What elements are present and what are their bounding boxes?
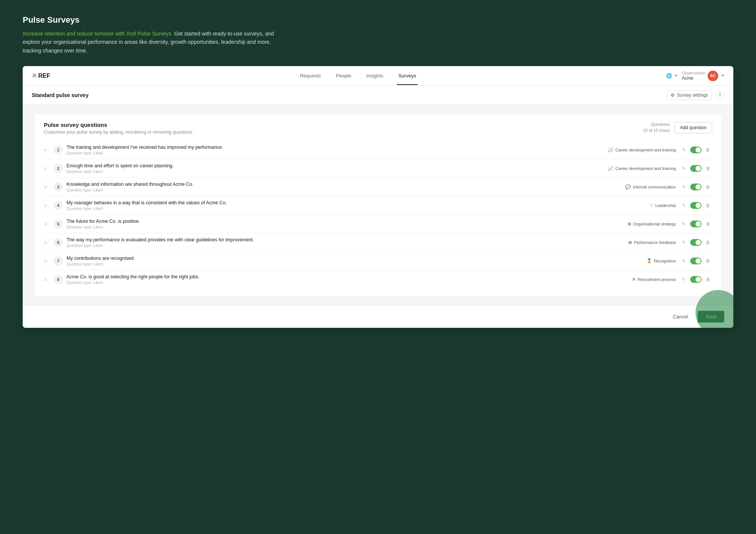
- toggle-button[interactable]: [690, 239, 702, 246]
- question-body: Knowledge and information are shared thr…: [67, 182, 604, 192]
- avatar: AC: [708, 71, 718, 81]
- question-type: Question type: Likert: [67, 151, 604, 155]
- tag-label: Organisational strategy: [633, 222, 676, 226]
- settings-label: Survey settings: [677, 93, 708, 98]
- question-type: Question type: Likert: [67, 280, 604, 285]
- help-button[interactable]: ?: [715, 91, 724, 100]
- nav-bar: ✕ REF Requests People Insights Surveys 🌐…: [23, 66, 733, 86]
- question-body: The training and development I've receiv…: [67, 145, 604, 155]
- edit-icon[interactable]: ✎: [680, 164, 688, 173]
- question-type: Question type: Likert: [67, 262, 604, 266]
- question-body: Acme Co. is good at selecting the right …: [67, 274, 604, 285]
- delete-icon[interactable]: 🗑: [704, 238, 712, 247]
- survey-section-title: Pulse survey questions: [44, 122, 194, 128]
- toggle-button[interactable]: [690, 221, 702, 227]
- tag-label: Leadership: [655, 203, 676, 208]
- table-row: ≡ 7 My contributions are recognised. Que…: [44, 252, 712, 270]
- table-row: ≡ 2 Enough time and effort is spent on c…: [44, 159, 712, 178]
- drag-handle[interactable]: ≡: [44, 258, 50, 264]
- edit-icon[interactable]: ✎: [680, 238, 688, 247]
- toggle-button[interactable]: [690, 202, 702, 209]
- save-button[interactable]: Save: [698, 311, 724, 323]
- toggle-button[interactable]: [690, 276, 702, 283]
- drag-handle[interactable]: ≡: [44, 221, 50, 227]
- edit-icon[interactable]: ✎: [680, 183, 688, 191]
- edit-icon[interactable]: ✎: [680, 220, 688, 228]
- table-row: ≡ 8 Acme Co. is good at selecting the ri…: [44, 270, 712, 289]
- globe-button[interactable]: 🌐: [666, 73, 677, 79]
- nav-surveys[interactable]: Surveys: [397, 67, 418, 85]
- edit-icon[interactable]: ✎: [680, 146, 688, 154]
- globe-icon: 🌐: [666, 73, 672, 79]
- question-actions: ✎ 🗑: [680, 183, 712, 191]
- question-number: 7: [54, 256, 63, 265]
- nav-insights[interactable]: Insights: [365, 67, 385, 85]
- question-type: Question type: Likert: [67, 169, 604, 174]
- drag-handle[interactable]: ≡: [44, 184, 50, 190]
- drag-handle[interactable]: ≡: [44, 202, 50, 208]
- delete-icon[interactable]: 🗑: [704, 201, 712, 210]
- edit-icon[interactable]: ✎: [680, 201, 688, 210]
- tag-label: Career development and training: [615, 166, 676, 171]
- nav-people[interactable]: People: [335, 67, 353, 85]
- question-text: Knowledge and information are shared thr…: [67, 182, 604, 187]
- org-badge[interactable]: Organisation Acme AC: [682, 71, 724, 81]
- delete-icon[interactable]: 🗑: [704, 146, 712, 154]
- survey-section-subtitle: Customise your pulse survey by adding, r…: [44, 130, 194, 135]
- delete-icon[interactable]: 🗑: [704, 220, 712, 228]
- drag-handle[interactable]: ≡: [44, 165, 50, 171]
- cancel-button[interactable]: Cancel: [667, 311, 694, 323]
- tag-label: Career development and training: [615, 148, 676, 152]
- question-tag: 📈 Career development and training: [608, 166, 676, 171]
- drag-handle[interactable]: ≡: [44, 239, 50, 245]
- question-actions: ✎ 🗑: [680, 220, 712, 228]
- table-row: ≡ 5 The future for Acme Co. is positive.…: [44, 215, 712, 233]
- delete-icon[interactable]: 🗑: [704, 183, 712, 191]
- toggle-button[interactable]: [690, 258, 702, 264]
- question-actions: ✎ 🗑: [680, 164, 712, 173]
- question-body: My manager behaves in a way that is cons…: [67, 200, 604, 211]
- tag-icon: ✕: [632, 277, 636, 282]
- delete-icon[interactable]: 🗑: [704, 275, 712, 284]
- delete-icon[interactable]: 🗑: [704, 164, 712, 173]
- org-chevron: [721, 75, 724, 77]
- sub-nav-actions: ⚙ Survey settings ?: [666, 90, 724, 100]
- logo-x: ✕: [32, 72, 37, 79]
- question-tag: 📈 Career development and training: [608, 147, 676, 153]
- question-actions: ✎ 🗑: [680, 238, 712, 247]
- logo-text: REF: [38, 73, 50, 79]
- tag-icon: 🏅: [646, 258, 652, 264]
- tag-icon: ⊕: [627, 221, 631, 227]
- survey-settings-button[interactable]: ⚙ Survey settings: [666, 90, 712, 100]
- table-row: ≡ 1 The training and development I've re…: [44, 141, 712, 159]
- question-tag: ⊕ Organisational strategy: [608, 221, 676, 227]
- questions-count: Questions 10 of 10 (max): [643, 122, 670, 133]
- table-row: ≡ 3 Knowledge and information are shared…: [44, 178, 712, 196]
- drag-handle[interactable]: ≡: [44, 276, 50, 282]
- question-tag: ⊕ Performance feedback: [608, 240, 676, 245]
- question-type: Question type: Likert: [67, 206, 604, 211]
- delete-icon[interactable]: 🗑: [704, 257, 712, 265]
- question-body: Enough time and effort is spent on caree…: [67, 163, 604, 174]
- toggle-button[interactable]: [690, 184, 702, 190]
- question-list: ≡ 1 The training and development I've re…: [44, 141, 712, 289]
- toggle-button[interactable]: [690, 165, 702, 172]
- question-tag: ♡ Leadership: [608, 203, 676, 208]
- question-text: My contributions are recognised.: [67, 256, 604, 261]
- table-row: ≡ 6 The way my performance is evaluated …: [44, 233, 712, 252]
- question-text: The training and development I've receiv…: [67, 145, 604, 150]
- question-number: 6: [54, 238, 63, 247]
- edit-icon[interactable]: ✎: [680, 275, 688, 284]
- sub-nav-title: Standard pulse survey: [32, 92, 88, 98]
- tag-icon: 📈: [608, 147, 613, 153]
- org-name: Acme: [682, 76, 705, 81]
- edit-icon[interactable]: ✎: [680, 257, 688, 265]
- tag-label: Internal communication: [633, 185, 676, 189]
- survey-header: Pulse survey questions Customise your pu…: [44, 122, 712, 135]
- drag-handle[interactable]: ≡: [44, 147, 50, 153]
- toggle-button[interactable]: [690, 147, 702, 153]
- add-question-button[interactable]: Add question: [674, 122, 712, 133]
- question-body: My contributions are recognised. Questio…: [67, 256, 604, 266]
- nav-requests[interactable]: Requests: [299, 67, 322, 85]
- globe-chevron: [674, 75, 677, 77]
